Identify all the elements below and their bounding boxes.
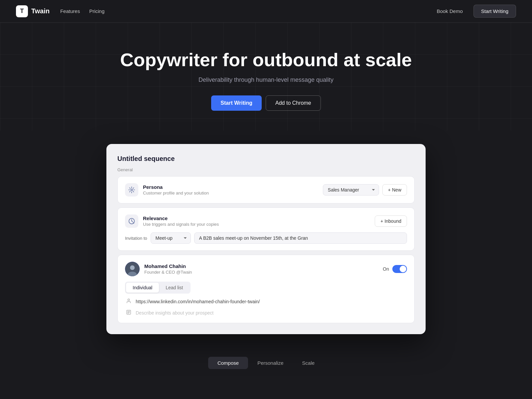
relevance-subtitle: Use triggers and signals for your copies <box>143 222 219 227</box>
hero-subheadline: Deliverability through human-level messa… <box>8 76 524 83</box>
person-tabs: Individual Lead list <box>125 282 191 294</box>
toggle-slider <box>392 265 407 273</box>
tab-lead-list[interactable]: Lead list <box>159 283 190 293</box>
relevance-extra-row: Invitation to Meet-up Conference Webinar <box>125 232 407 244</box>
hero-section: Copywriter for outbound at scale Deliver… <box>0 23 532 131</box>
meetup-input[interactable] <box>194 232 407 244</box>
person-panel-row: Mohamed Chahin Founder & CEO @Twain On <box>125 262 407 276</box>
notes-icon <box>125 310 132 316</box>
relevance-title: Relevance <box>143 215 219 221</box>
bottom-tabs: Compose Personalize Scale <box>0 347 532 378</box>
person-role: Founder & CEO @Twain <box>144 270 192 275</box>
general-label: General <box>117 167 415 172</box>
person-name: Mohamed Chahin <box>144 263 192 269</box>
nav-link-pricing[interactable]: Pricing <box>89 8 104 14</box>
tab-compose[interactable]: Compose <box>208 357 248 369</box>
tab-individual[interactable]: Individual <box>126 283 159 293</box>
persona-text: Persona Customer profile and your soluti… <box>143 184 209 196</box>
linkedin-field: https://www.linkedin.com/in/mohamed-chah… <box>125 298 407 305</box>
logo[interactable]: T Twain <box>16 5 50 17</box>
persona-icon-area: Persona Customer profile and your soluti… <box>125 183 209 197</box>
tab-personalize[interactable]: Personalize <box>248 357 293 369</box>
persona-title: Persona <box>143 184 209 190</box>
app-card-title: Untitled sequence <box>117 155 415 163</box>
persona-new-button[interactable]: + New <box>382 184 407 196</box>
relevance-panel: Relevance Use triggers and signals for y… <box>117 207 415 251</box>
inbound-plus-icon: + <box>380 218 383 224</box>
inbound-label: Inbound <box>384 218 401 224</box>
nav-left: T Twain Features Pricing <box>16 5 104 17</box>
person-toggle[interactable] <box>392 265 407 273</box>
person-panel: Mohamed Chahin Founder & CEO @Twain On I… <box>117 255 415 323</box>
persona-icon <box>125 183 138 197</box>
person-info: Mohamed Chahin Founder & CEO @Twain <box>144 263 192 275</box>
person-right: On <box>383 265 407 273</box>
persona-panel: Persona Customer profile and your soluti… <box>117 176 415 203</box>
new-label: New <box>392 187 401 193</box>
inbound-button[interactable]: + Inbound <box>375 215 407 227</box>
person-left: Mohamed Chahin Founder & CEO @Twain <box>125 262 192 276</box>
nav-link-features[interactable]: Features <box>60 8 80 14</box>
relevance-panel-row: Relevance Use triggers and signals for y… <box>125 214 407 228</box>
avatar <box>125 262 140 276</box>
persona-subtitle: Customer profile and your solution <box>143 191 209 196</box>
nav-links: Features Pricing <box>60 8 104 14</box>
hero-buttons: Start Writing Add to Chrome <box>8 95 524 111</box>
linkedin-url: https://www.linkedin.com/in/mohamed-chah… <box>136 299 260 304</box>
hero-add-chrome-button[interactable]: Add to Chrome <box>266 95 321 111</box>
hero-start-writing-button[interactable]: Start Writing <box>211 95 262 111</box>
svg-point-3 <box>130 265 135 270</box>
svg-point-5 <box>128 299 129 301</box>
app-card: Untitled sequence General Persona Custom… <box>106 144 426 334</box>
insights-field: Describe insights about your prospect <box>125 310 407 316</box>
plus-icon: + <box>388 187 391 193</box>
relevance-text: Relevance Use triggers and signals for y… <box>143 215 219 227</box>
nav-right: Book Demo Start Writing <box>431 5 516 18</box>
hero-headline: Copywriter for outbound at scale <box>8 49 524 70</box>
book-demo-button[interactable]: Book Demo <box>431 6 468 17</box>
logo-icon: T <box>16 5 28 17</box>
persona-dropdown[interactable]: Sales Manager Marketing Manager CEO CTO <box>323 184 379 196</box>
meetup-select[interactable]: Meet-up Conference Webinar <box>151 232 191 244</box>
svg-point-0 <box>131 189 133 191</box>
relevance-icon-area: Relevance Use triggers and signals for y… <box>125 214 219 228</box>
insights-placeholder: Describe insights about your prospect <box>136 310 213 316</box>
app-card-wrapper: Untitled sequence General Persona Custom… <box>0 131 532 347</box>
logo-text: Twain <box>31 7 50 15</box>
persona-controls: Sales Manager Marketing Manager CEO CTO … <box>323 184 407 196</box>
tab-scale[interactable]: Scale <box>293 357 324 369</box>
relevance-icon <box>125 214 138 228</box>
relevance-controls: + Inbound <box>375 215 407 227</box>
start-writing-nav-button[interactable]: Start Writing <box>473 5 516 18</box>
navbar: T Twain Features Pricing Book Demo Start… <box>0 0 532 23</box>
persona-panel-row: Persona Customer profile and your soluti… <box>125 183 407 197</box>
invitation-label: Invitation to <box>125 236 147 241</box>
toggle-label: On <box>383 266 389 272</box>
person-icon <box>125 298 132 305</box>
